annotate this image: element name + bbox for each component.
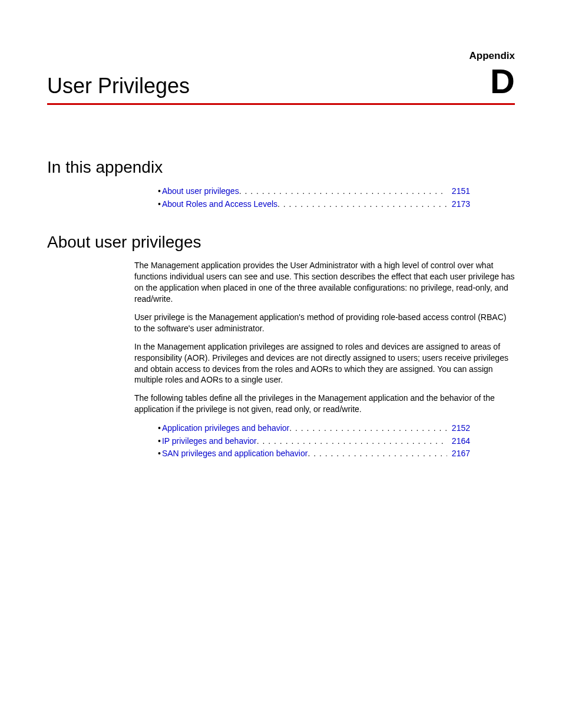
chapter-letter: D <box>490 64 515 98</box>
paragraph: User privilege is the Management applica… <box>134 312 515 334</box>
toc-link[interactable]: SAN privileges and application behavior <box>162 447 308 460</box>
page: Appendix User Privileges D In this appen… <box>0 0 562 728</box>
toc-list-about: • Application privileges and behavior 21… <box>158 422 470 460</box>
toc-leader-dots <box>308 447 447 460</box>
appendix-label: Appendix <box>47 50 515 62</box>
section-about-user-privileges: About user privileges The Management app… <box>47 233 515 460</box>
toc-link[interactable]: About Roles and Access Levels <box>162 198 277 211</box>
bullet-icon: • <box>158 422 161 435</box>
toc-page-number[interactable]: 2167 <box>447 447 470 460</box>
toc-page-number[interactable]: 2152 <box>447 422 470 435</box>
chapter-header: Appendix User Privileges D <box>47 50 515 105</box>
toc-item: • About user privileges 2151 <box>158 185 470 198</box>
section-in-this-appendix: In this appendix • About user privileges… <box>47 158 515 210</box>
toc-item: • SAN privileges and application behavio… <box>158 447 470 460</box>
bullet-icon: • <box>158 447 161 460</box>
title-row: User Privileges D <box>47 64 515 98</box>
chapter-title: User Privileges <box>47 74 190 98</box>
bullet-icon: • <box>158 435 161 448</box>
paragraph: The following tables define all the priv… <box>134 393 515 415</box>
toc-page-number[interactable]: 2173 <box>447 198 470 211</box>
heading-about-user-privileges: About user privileges <box>47 233 515 252</box>
paragraph: The Management application provides the … <box>134 260 515 305</box>
toc-leader-dots <box>277 198 447 211</box>
toc-page-number[interactable]: 2151 <box>447 185 470 198</box>
toc-link[interactable]: IP privileges and behavior <box>162 435 257 448</box>
toc-item: • Application privileges and behavior 21… <box>158 422 470 435</box>
toc-item: • About Roles and Access Levels 2173 <box>158 198 470 211</box>
toc-leader-dots <box>289 422 447 435</box>
toc-item: • IP privileges and behavior 2164 <box>158 435 470 448</box>
toc-leader-dots <box>257 435 447 448</box>
bullet-icon: • <box>158 198 161 211</box>
chapter-rule <box>47 103 515 105</box>
bullet-icon: • <box>158 185 161 198</box>
toc-link[interactable]: Application privileges and behavior <box>162 422 289 435</box>
toc-page-number[interactable]: 2164 <box>447 435 470 448</box>
toc-leader-dots <box>239 185 447 198</box>
toc-list-in-this: • About user privileges 2151 • About Rol… <box>158 185 470 210</box>
heading-in-this-appendix: In this appendix <box>47 158 515 177</box>
paragraph: In the Management application privileges… <box>134 341 515 386</box>
toc-link[interactable]: About user privileges <box>162 185 239 198</box>
